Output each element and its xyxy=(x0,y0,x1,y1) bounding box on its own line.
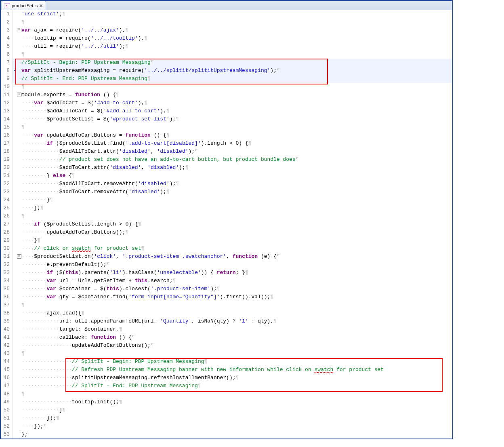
editor-window: J productSet.js ✕ 1 'use strict';¶ 2 ¶ 3… xyxy=(0,0,453,439)
code-line[interactable]: 9 // SplitIt - End: PDP Upstream Messagi… xyxy=(1,75,452,83)
tab-bar: J productSet.js ✕ xyxy=(1,1,452,10)
fold xyxy=(17,10,21,18)
code-line[interactable]: 35 ········var $container = $(this).clos… xyxy=(1,285,452,293)
code-line[interactable]: 52 ····});¶ xyxy=(1,422,452,430)
code-line[interactable]: 29 ····}¶ xyxy=(1,236,452,245)
code-line[interactable]: 27 ····if ($productSetList.length > 0) {… xyxy=(1,220,452,228)
code-line[interactable]: 23 ············$addToCart.removeAttr('di… xyxy=(1,188,452,196)
code-line[interactable]: 50 ············}¶ xyxy=(1,406,452,414)
code-line[interactable]: 46 ················splititUpstreamMessag… xyxy=(1,374,452,382)
code-editor[interactable]: 1 'use strict';¶ 2 ¶ 3 ⊟ var ajax = requ… xyxy=(1,10,452,439)
code-line[interactable]: 36 ········var qty = $container.find('fo… xyxy=(1,293,452,301)
code-line[interactable]: 2 ¶ xyxy=(1,18,452,26)
js-file-icon: J xyxy=(4,3,10,8)
tab-label: productSet.js xyxy=(12,3,38,8)
code-line[interactable]: 34 ········var url = Urls.getSetItem + t… xyxy=(1,277,452,285)
code-line[interactable]: 16 ····var updateAddToCartButtons = func… xyxy=(1,131,452,139)
code-line[interactable]: 53 }; xyxy=(1,430,452,439)
code-line[interactable]: 17 ········if ($productSetList.find('.ad… xyxy=(1,139,452,148)
code-line[interactable]: 48 ¶ xyxy=(1,390,452,398)
code-line[interactable]: 19 ············// product set does not h… xyxy=(1,156,452,164)
code-line[interactable]: 49 ················tooltip.init();¶ xyxy=(1,398,452,406)
code-line[interactable]: 44 ················// SplitIt - Begin: P… xyxy=(1,358,452,366)
svg-rect-1 xyxy=(4,3,10,4)
code-line[interactable]: 24 ········}¶ xyxy=(1,196,452,204)
code-line[interactable]: 7 //SplitIt - Begin: PDP Upstream Messag… xyxy=(1,59,452,67)
code-line[interactable]: 38 ········ajax.load({¶ xyxy=(1,309,452,317)
code-line[interactable]: 11 ⊟ module.exports = function () {¶ xyxy=(1,91,452,99)
marker-icon: ▸ xyxy=(13,67,17,75)
code-line[interactable]: 31 ⊟ ····$productSetList.on('click', '.p… xyxy=(1,253,452,261)
marker xyxy=(13,10,17,18)
fold-toggle[interactable]: ⊟ xyxy=(17,91,21,99)
line-number: 1 xyxy=(1,10,13,18)
code-line[interactable]: 10 ¶ xyxy=(1,83,452,91)
code-line[interactable]: 14 ········$productSetList = $('#product… xyxy=(1,115,452,123)
code-line[interactable]: 21 ········} else {¶ xyxy=(1,172,452,180)
code-line[interactable]: 15 ¶ xyxy=(1,123,452,131)
close-icon[interactable]: ✕ xyxy=(39,4,43,8)
code-line[interactable]: 26 ¶ xyxy=(1,212,452,220)
code-line[interactable]: 28 ········updateAddToCartButtons();¶ xyxy=(1,228,452,236)
svg-text:J: J xyxy=(6,4,7,8)
code-line[interactable]: 8 ▸ var splititUpstreamMessaging = requi… xyxy=(1,67,452,75)
code-line[interactable]: 18 ············$addAllToCart.attr('disab… xyxy=(1,148,452,156)
code-line[interactable]: 43 ¶ xyxy=(1,350,452,358)
code-line[interactable]: 25 ····};¶ xyxy=(1,204,452,212)
code-line[interactable]: 13 ········$addAllToCart = $('#add-all-t… xyxy=(1,107,452,115)
code-line[interactable]: 41 ············callback: function () {¶ xyxy=(1,333,452,342)
tab-productset-js[interactable]: J productSet.js ✕ xyxy=(2,1,46,10)
code-line[interactable]: 40 ············target: $container,¶ xyxy=(1,325,452,333)
code-line[interactable]: 30 ····// click on swatch for product se… xyxy=(1,245,452,253)
code-line[interactable]: 45 ················// Refresh PDP Upstre… xyxy=(1,366,452,374)
fold-toggle[interactable]: ⊟ xyxy=(17,253,21,261)
code-line[interactable]: 47 ················// SplitIt - End: PDP… xyxy=(1,382,452,390)
code-line[interactable]: 5 ····util = require('../../util');¶ xyxy=(1,42,452,51)
fold-toggle[interactable]: ⊟ xyxy=(17,26,21,34)
code-line[interactable]: 33 ········if ($(this).parents('li').has… xyxy=(1,269,452,277)
code-line[interactable]: 37 ¶ xyxy=(1,301,452,309)
code-line[interactable]: 3 ⊟ var ajax = require('../../ajax'),¶ xyxy=(1,26,452,34)
code-line[interactable]: 6 ¶ xyxy=(1,51,452,59)
code-line[interactable]: 22 ············$addAllToCart.removeAttr(… xyxy=(1,180,452,188)
code-line[interactable]: 1 'use strict';¶ xyxy=(1,10,452,18)
code-line[interactable]: 51 ········});¶ xyxy=(1,414,452,422)
code-line[interactable]: 39 ············url: util.appendParamToUR… xyxy=(1,317,452,325)
code-line[interactable]: 4 ····tooltip = require('../../tooltip')… xyxy=(1,34,452,42)
code-line[interactable]: 20 ············$addToCart.attr('disabled… xyxy=(1,164,452,172)
code-line[interactable]: 42 ················updateAddToCartButton… xyxy=(1,342,452,350)
code-line[interactable]: 12 ····var $addToCart = $('#add-to-cart'… xyxy=(1,99,452,107)
code-line[interactable]: 32 ········e.preventDefault();¶ xyxy=(1,261,452,269)
